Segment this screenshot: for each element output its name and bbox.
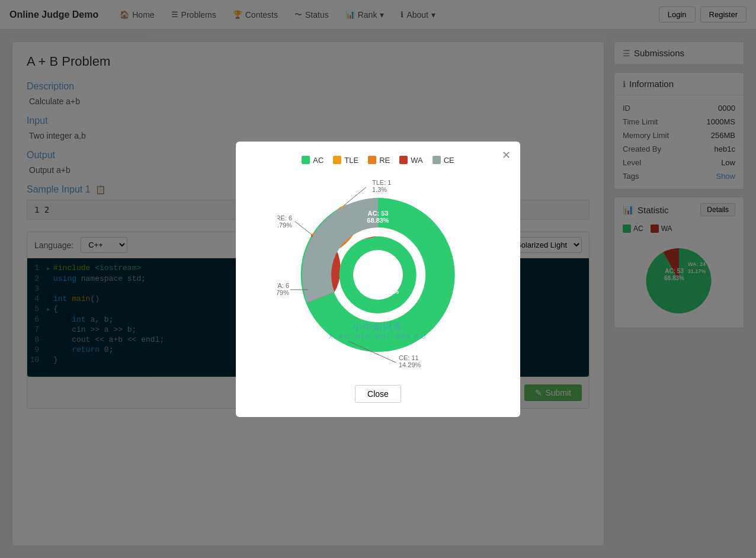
svg-text:31.17%: 31.17% [379, 288, 399, 295]
svg-text:TLE: 1: TLE: 1 [372, 179, 391, 186]
svg-line-12 [295, 222, 312, 235]
modal-legend-wa: WA [399, 156, 422, 165]
modal-re-swatch [368, 156, 376, 164]
svg-text:68.83%: 68.83% [367, 217, 389, 224]
modal-legend: AC TLE RE WA CE [250, 156, 506, 165]
svg-text:CE: 11: CE: 11 [399, 354, 419, 361]
modal-legend-re: RE [368, 156, 390, 165]
modal-donut-chart: AC: 53 68.83% WA: 24 31.17% TLE: 1 1.3% … [277, 174, 479, 376]
svg-text:1.3%: 1.3% [372, 186, 387, 193]
svg-text:WA: 24: WA: 24 [379, 281, 399, 288]
svg-text:RE: 6: RE: 6 [277, 214, 292, 222]
modal-chart-area: AC: 53 68.83% WA: 24 31.17% TLE: 1 1.3% … [250, 174, 506, 376]
svg-text:68.83%: 68.83% [367, 271, 389, 278]
modal-tle-swatch [333, 156, 341, 164]
modal-close-button[interactable]: ✕ [502, 149, 511, 162]
modal-wa-swatch [399, 156, 408, 164]
modal-legend-ac: AC [302, 156, 323, 165]
svg-text:7.79%: 7.79% [277, 222, 292, 229]
modal-legend-ce: CE [433, 156, 454, 165]
close-modal-button[interactable]: Close [355, 385, 401, 403]
modal-legend-tle: TLE [333, 156, 358, 165]
svg-text:AC: 53: AC: 53 [368, 263, 389, 270]
modal-ac-swatch [302, 156, 310, 164]
modal-ce-swatch [433, 156, 441, 164]
svg-text:AC: 53: AC: 53 [368, 210, 389, 217]
statistic-modal: ✕ AC TLE RE WA CE [236, 142, 520, 417]
svg-text:14.29%: 14.29% [399, 361, 421, 368]
modal-overlay[interactable]: ✕ AC TLE RE WA CE [0, 0, 756, 558]
svg-text:WA: 6: WA: 6 [277, 282, 289, 289]
svg-text:7.79%: 7.79% [277, 289, 289, 296]
